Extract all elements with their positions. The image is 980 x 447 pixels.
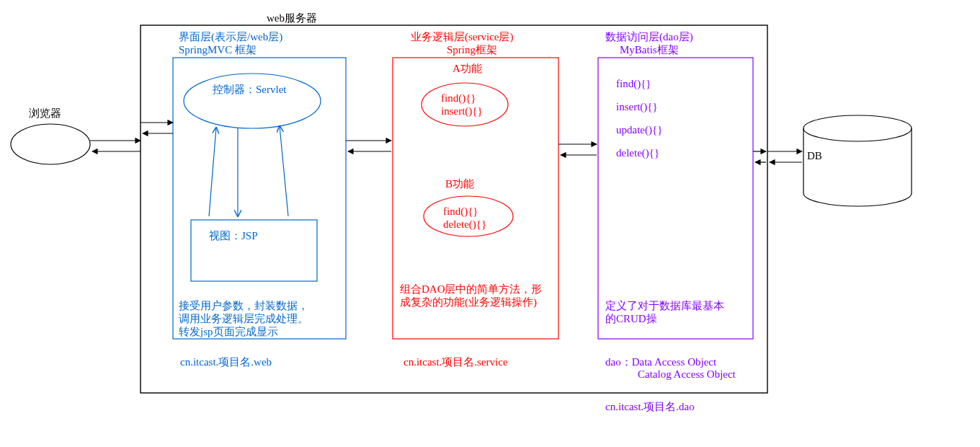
ui-package: cn.itcast.项目名.web: [180, 355, 272, 369]
dao-m4: delete(){}: [616, 147, 659, 159]
ui-desc1: 接受用户参数，封装数据，: [179, 299, 308, 313]
browser-ellipse: [11, 124, 90, 164]
ui-framework: SpringMVC 框架: [179, 43, 257, 57]
view-to-ctrl-arrow1: [209, 128, 216, 216]
service-title: 业务逻辑层(service层): [411, 30, 513, 44]
dao-desc2: 的CRUD操: [605, 312, 657, 326]
view-to-ctrl-arrow2: [280, 126, 288, 216]
dao-layer-box: [598, 58, 753, 339]
service-desc1: 组合DAO层中的简单方法，形: [400, 283, 543, 296]
controller-label: 控制器：Servlet: [213, 83, 287, 97]
service-desc2: 成复杂的功能(业务逻辑操作): [400, 296, 537, 309]
dao-m2: insert(){}: [616, 101, 658, 113]
db-label: DB: [807, 150, 822, 162]
controller-ellipse: [184, 74, 321, 128]
service-b-label: B功能: [445, 177, 474, 191]
ui-desc2: 调用业务逻辑层完成处理。: [179, 312, 308, 326]
service-b-m2: delete(){}: [443, 218, 486, 231]
dao-package: cn.itcast.项目名.dao: [605, 400, 695, 414]
dao-title: 数据访问层(dao层): [605, 30, 693, 44]
dao-m3: update(){}: [616, 124, 662, 136]
dao-framework: MyBatis框架: [620, 43, 679, 57]
view-label: 视图：JSP: [209, 229, 258, 243]
service-a-ellipse: [422, 83, 508, 126]
ui-title: 界面层(表示层/web层): [179, 30, 282, 44]
service-a-m2: insert(){}: [441, 105, 483, 118]
service-package: cn.itcast.项目名.service: [404, 355, 508, 369]
svg-point-0: [803, 115, 912, 141]
diagram-canvas: [0, 0, 980, 447]
ui-desc3: 转发jsp页面完成显示: [179, 325, 278, 339]
dao-m1: find(){}: [616, 78, 651, 90]
dao-desc1: 定义了对于数据库最基本: [605, 299, 724, 313]
service-b-m1: find(){}: [443, 205, 478, 218]
browser-label: 浏览器: [29, 107, 61, 120]
dao-note2: Catalog Access Object: [638, 368, 736, 381]
ui-layer-box: [173, 58, 346, 339]
service-a-label: A功能: [453, 62, 482, 76]
dao-note1: dao：Data Access Object: [605, 355, 716, 369]
service-framework: Spring框架: [447, 43, 497, 57]
server-title: web服务器: [267, 12, 317, 25]
service-a-m1: find(){}: [441, 92, 476, 105]
